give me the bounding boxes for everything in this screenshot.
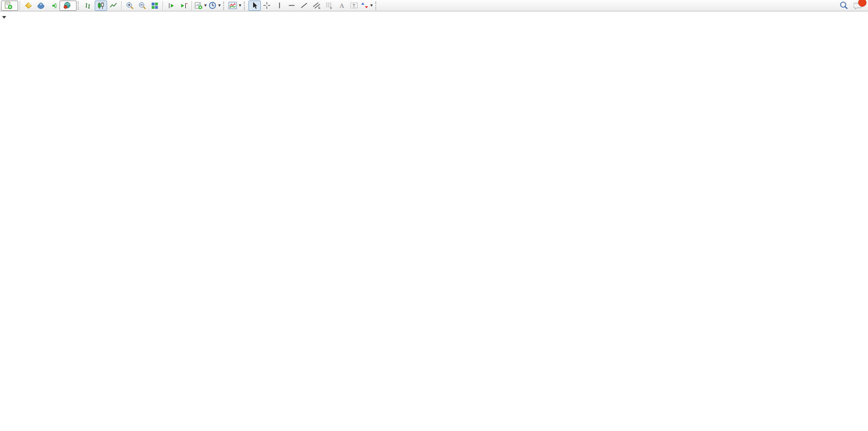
arrows-tool-button[interactable]: ▼ — [360, 1, 374, 11]
search-icon[interactable] — [840, 1, 848, 10]
trendline-tool-button[interactable] — [298, 1, 311, 11]
text-label-icon: T — [350, 2, 358, 9]
toolbar-right — [840, 1, 863, 10]
dropdown-caret-icon: ▼ — [370, 3, 374, 8]
fibonacci-icon: F — [325, 2, 333, 9]
clock-icon — [209, 2, 216, 9]
new-chart-icon — [195, 2, 202, 9]
autotrading-button[interactable] — [60, 1, 77, 11]
indicators-icon — [228, 2, 237, 9]
crosshair-tool-button[interactable] — [261, 1, 273, 11]
bar-chart-button[interactable] — [82, 1, 95, 11]
tile-windows-icon — [151, 2, 159, 10]
main-toolbar: ▼ ▼ ▼ E — [0, 0, 868, 11]
zoom-in-icon — [126, 2, 134, 10]
toolbar-grip — [375, 2, 378, 10]
vertical-line-icon — [276, 2, 283, 9]
cursor-icon — [251, 2, 258, 9]
line-chart-icon — [109, 2, 117, 10]
vertical-line-tool-button[interactable] — [273, 1, 286, 11]
symbol-dropdown-icon[interactable] — [2, 16, 6, 19]
dropdown-caret-icon: ▼ — [217, 3, 222, 8]
signals-icon — [49, 2, 57, 10]
new-chart-button[interactable]: ▼ — [194, 1, 208, 11]
svg-text:E: E — [318, 6, 320, 9]
zoom-in-button[interactable] — [124, 1, 136, 11]
tile-windows-button[interactable] — [149, 1, 161, 11]
horizontal-line-tool-button[interactable] — [286, 1, 298, 11]
line-chart-button[interactable] — [107, 1, 120, 11]
chart-shift-button[interactable] — [178, 1, 190, 11]
toolbar-separator — [121, 1, 122, 10]
toolbar-grip — [244, 2, 246, 10]
svg-text:F: F — [330, 7, 332, 10]
zoom-out-button[interactable] — [136, 1, 149, 11]
text-tool-button[interactable]: A — [335, 1, 348, 11]
equidistant-channel-icon: E — [313, 2, 321, 9]
svg-text:T: T — [352, 3, 356, 8]
notification-badge — [858, 0, 866, 7]
dropdown-caret-icon: ▼ — [238, 3, 242, 8]
toolbar-grip — [223, 2, 226, 10]
trendline-icon — [300, 2, 308, 9]
notifications-button[interactable] — [854, 2, 863, 10]
channel-tool-button[interactable]: E — [311, 1, 323, 11]
bar-chart-icon — [84, 2, 93, 10]
horizontal-line-icon — [288, 2, 296, 9]
new-order-button[interactable] — [1, 1, 18, 11]
chart-window[interactable] — [0, 0, 868, 431]
metaeditor-icon — [24, 2, 33, 10]
mql5-community-icon — [37, 2, 45, 10]
chart-canvas[interactable] — [0, 0, 868, 431]
toolbar-separator — [20, 1, 21, 10]
toolbar-separator — [163, 1, 164, 10]
mql5-community-button[interactable] — [35, 1, 47, 11]
chart-shift-icon — [180, 2, 188, 10]
signals-button[interactable] — [47, 1, 60, 11]
svg-text:A: A — [340, 2, 344, 9]
auto-scroll-button[interactable] — [165, 1, 178, 11]
metaeditor-button[interactable] — [22, 1, 35, 11]
indicators-button[interactable]: ▼ — [228, 1, 243, 11]
candlestick-chart-icon — [97, 2, 105, 10]
toolbar-grip — [78, 2, 80, 10]
candlestick-chart-button[interactable] — [95, 1, 107, 11]
crosshair-icon — [263, 2, 271, 9]
dropdown-caret-icon: ▼ — [203, 3, 208, 8]
text-icon: A — [338, 2, 345, 9]
toolbar-separator — [192, 1, 193, 10]
fibonacci-tool-button[interactable]: F — [323, 1, 335, 11]
zoom-out-icon — [138, 2, 146, 10]
arrows-icon — [361, 2, 369, 9]
autotrading-icon — [63, 2, 71, 9]
text-label-tool-button[interactable]: T — [348, 1, 360, 11]
cursor-tool-button[interactable] — [248, 1, 261, 11]
chart-profiles-button[interactable]: ▼ — [208, 1, 222, 11]
auto-scroll-icon — [167, 2, 175, 10]
new-order-icon — [5, 2, 12, 9]
